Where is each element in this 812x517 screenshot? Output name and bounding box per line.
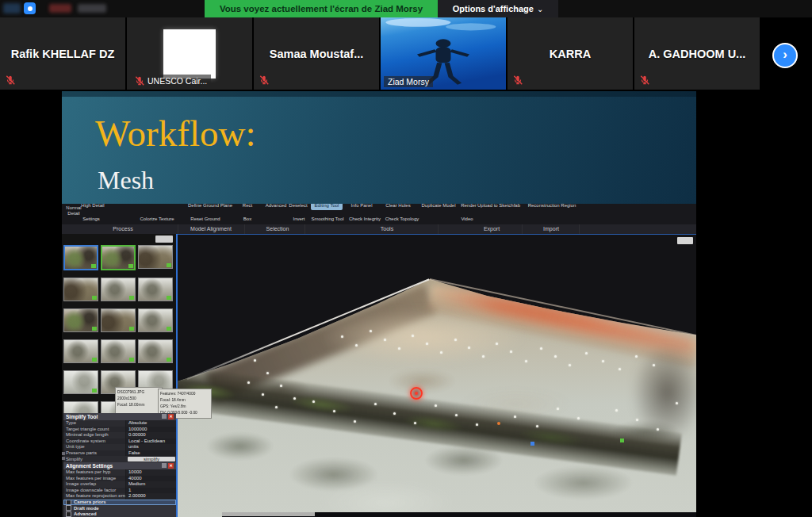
meeting-security-shield-icon — [24, 2, 36, 14]
settings-section-toggle[interactable]: Camera priors — [63, 500, 176, 506]
property-value[interactable]: 0.00000 — [125, 432, 176, 438]
camera-position-marker — [247, 381, 250, 384]
property-value[interactable]: 10000 — [125, 469, 176, 476]
photo-thumbnail[interactable] — [138, 245, 173, 269]
property-row: Minimal edge length 0.00000 — [63, 432, 176, 438]
toolbar-button[interactable]: Editing Tool — [311, 204, 343, 210]
simplify-tool-header: Simplify Tool ✕ — [63, 413, 176, 420]
section-label: Camera priors — [74, 500, 106, 504]
toolbar-separator — [304, 224, 305, 234]
property-value[interactable]: units — [125, 444, 176, 450]
property-label: Image downscale factor — [63, 488, 125, 494]
simplify-action-row: Simplify simplify — [63, 456, 176, 462]
control-point-marker[interactable] — [497, 422, 500, 425]
pin-icon[interactable] — [162, 463, 167, 468]
photo-thumbnail[interactable] — [63, 245, 98, 270]
camera-position-marker — [536, 425, 538, 427]
photo-thumbnail[interactable] — [101, 308, 136, 332]
control-point-marker[interactable] — [410, 387, 423, 400]
panel-side-icons — [62, 452, 65, 461]
property-value[interactable]: Medium — [125, 481, 176, 488]
control-point-marker[interactable] — [620, 438, 624, 442]
next-participants-button[interactable]: › — [772, 43, 798, 68]
camera-position-marker — [476, 423, 478, 426]
property-value[interactable]: False — [125, 450, 176, 457]
pin-icon[interactable] — [162, 414, 167, 419]
close-icon[interactable]: ✕ — [168, 463, 174, 469]
toolbar-button[interactable]: Reconstruction Region — [525, 204, 579, 210]
toolbar-button[interactable]: Rect — [236, 204, 259, 210]
property-value[interactable]: 40000 — [125, 476, 176, 482]
toolbar-separator — [579, 224, 580, 234]
participant-name: Rafik KHELLAF DZ — [11, 48, 115, 60]
toolbar-button[interactable]: High Detail — [75, 204, 111, 210]
bottom-scrollbar-segment[interactable] — [222, 512, 315, 516]
dialog-title: Simplify Tool — [66, 413, 98, 420]
photo-thumbnail[interactable] — [63, 308, 98, 332]
camera-position-marker — [293, 397, 296, 400]
tooltip-line: Focal: 18.00mm — [117, 402, 151, 407]
camera-position-marker — [435, 404, 437, 407]
toolbar-button[interactable]: Check Topology — [382, 214, 422, 224]
property-label: Max features per hyp — [63, 469, 125, 476]
aligned-status-badge — [92, 327, 97, 331]
property-value[interactable]: Absolute — [125, 420, 176, 427]
toolbar-button[interactable]: Colorize Texture — [133, 214, 181, 224]
participant-tile-gadhoom[interactable]: A. GADHOOM U... — [634, 17, 760, 90]
participant-tile-karra[interactable]: KARRA — [508, 17, 633, 90]
toolbar-separator — [522, 224, 523, 234]
property-label: Max features per image — [63, 476, 125, 482]
property-label: Type — [63, 420, 125, 427]
camera-position-marker — [602, 360, 604, 362]
viewport-view-button[interactable] — [677, 237, 693, 244]
camera-position-marker — [426, 343, 428, 345]
photo-thumbnail[interactable] — [101, 245, 136, 270]
checkbox-icon — [66, 500, 71, 505]
property-value[interactable]: Local - Euclidean — [125, 438, 176, 445]
tooltip-line: Focal: 18.4mm — [160, 397, 200, 402]
render-viewport-3d[interactable] — [176, 234, 696, 517]
settings-section-toggle[interactable]: Advanced — [63, 511, 176, 517]
photo-thumbnail[interactable] — [63, 370, 98, 394]
camera-position-marker — [525, 360, 527, 362]
photo-thumbnail[interactable] — [101, 339, 136, 363]
photo-thumbnail[interactable] — [138, 308, 173, 332]
participant-tile-ziad-active-speaker[interactable]: Ziad Morsy — [381, 17, 506, 90]
camera-position-marker — [384, 339, 386, 341]
photo-thumbnail[interactable] — [63, 278, 98, 301]
close-icon[interactable]: ✕ — [168, 414, 174, 419]
control-point-marker[interactable] — [530, 442, 534, 446]
photo-thumbnail[interactable] — [138, 339, 173, 363]
participant-tile-samaa[interactable]: Samaa Moustaf... — [254, 17, 379, 90]
photo-thumbnail[interactable] — [101, 278, 136, 301]
property-value[interactable]: 1000000 — [125, 427, 176, 433]
settings-section-toggle[interactable]: Draft mode — [63, 505, 176, 511]
toolbar-button[interactable]: Settings — [75, 214, 108, 224]
toolbar-button[interactable]: Smoothing Tool — [308, 214, 347, 224]
property-value[interactable]: 1 — [125, 488, 176, 494]
participant-tile-rafik[interactable]: Rafik KHELLAF DZ — [0, 17, 125, 90]
simplify-button[interactable]: simplify — [128, 457, 175, 461]
toolbar-button[interactable]: Clear Holes — [382, 204, 414, 210]
participant-tile-unesco[interactable]: UNESCO Cair... — [127, 17, 252, 90]
photo-thumbnail[interactable] — [63, 339, 98, 363]
panel-options-button[interactable] — [155, 236, 173, 243]
property-row: Image overlap Medium — [63, 481, 176, 488]
toolbar-button[interactable]: Info Panel — [347, 204, 376, 210]
aligned-status-badge — [167, 296, 171, 300]
property-label: Coordinate system — [63, 438, 125, 445]
property-value[interactable]: 2.00000 — [125, 493, 176, 500]
toolbar-button[interactable]: Reset Ground — [181, 214, 230, 224]
toolbar-button[interactable]: Box — [236, 214, 259, 224]
photo-thumbnail[interactable] — [138, 278, 173, 301]
toolbar-button[interactable]: Video — [457, 214, 477, 224]
toolbar-button[interactable]: Upload to Sketchfab — [474, 204, 523, 210]
dark-corner-patch — [634, 345, 696, 440]
view-options-label: Options d'affichage — [453, 4, 534, 13]
toolbar-button[interactable]: Duplicate Model — [419, 204, 458, 210]
toolbar-button[interactable]: Deselect — [282, 204, 314, 210]
toolbar-button[interactable]: Check Integrity — [346, 214, 384, 224]
property-row: Type Absolute — [63, 420, 176, 427]
view-options-button[interactable]: Options d'affichage⌄ — [438, 0, 558, 17]
toolbar-button[interactable]: Define Ground Plane — [179, 204, 241, 210]
